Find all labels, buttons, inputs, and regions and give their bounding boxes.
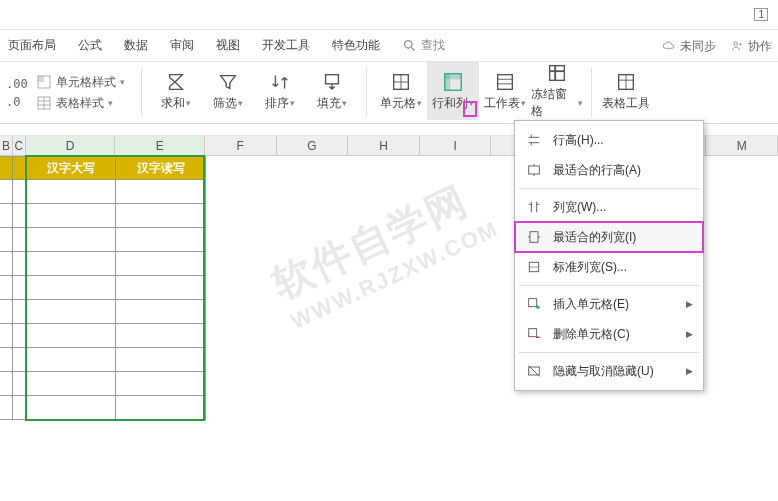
cell[interactable] <box>116 396 206 420</box>
cell[interactable] <box>13 252 26 276</box>
cell[interactable] <box>13 276 26 300</box>
menu-item[interactable]: 最适合的列宽(I) <box>515 222 703 252</box>
col-header-G[interactable]: G <box>277 136 349 156</box>
cell[interactable] <box>0 300 13 324</box>
cell[interactable] <box>26 300 116 324</box>
header-cell-B[interactable] <box>0 156 13 180</box>
cell[interactable] <box>116 204 206 228</box>
decrease-decimal[interactable]: .0 <box>6 95 28 109</box>
tab-view[interactable]: 视图 <box>216 37 240 54</box>
table-styles-button[interactable]: 表格样式 ▾ <box>36 95 125 112</box>
cell[interactable] <box>13 396 26 420</box>
watermark: 软件自学网 WWW.RJZXW.COM <box>263 166 502 335</box>
sort-button[interactable]: 排序▾ <box>254 62 306 120</box>
header-cell-C[interactable] <box>13 156 26 180</box>
delete-icon <box>525 326 543 342</box>
menu-item[interactable]: 隐藏与取消隐藏(U)▶ <box>515 356 703 386</box>
tab-developer[interactable]: 开发工具 <box>262 37 310 54</box>
cell[interactable] <box>13 204 26 228</box>
cell[interactable] <box>26 396 116 420</box>
chevron-down-icon: ▾ <box>108 98 113 108</box>
cell[interactable] <box>0 348 13 372</box>
cell[interactable] <box>116 180 206 204</box>
menu-item-label: 最适合的行高(A) <box>553 162 641 179</box>
cell[interactable] <box>116 348 206 372</box>
tab-features[interactable]: 特色功能 <box>332 37 380 54</box>
filter-button[interactable]: 筛选▾ <box>202 62 254 120</box>
increase-decimal[interactable]: .00 <box>6 77 28 91</box>
freeze-panes-button[interactable]: 冻结窗格▾ <box>531 62 583 120</box>
cell[interactable] <box>26 276 116 300</box>
cell-styles-button[interactable]: 单元格样式 ▾ <box>36 74 125 91</box>
tab-data[interactable]: 数据 <box>124 37 148 54</box>
cell[interactable] <box>26 204 116 228</box>
cell[interactable] <box>0 324 13 348</box>
cell[interactable] <box>13 228 26 252</box>
menu-item[interactable]: 插入单元格(E)▶ <box>515 289 703 319</box>
rows-cols-menu: 行高(H)...最适合的行高(A)列宽(W)...最适合的列宽(I)标准列宽(S… <box>514 120 704 391</box>
cell[interactable] <box>26 372 116 396</box>
menu-item-label: 删除单元格(C) <box>553 326 630 343</box>
header-hanzi-duxie[interactable]: 汉字读写 <box>116 156 206 180</box>
svg-rect-25 <box>529 166 540 174</box>
worksheet-button[interactable]: 工作表▾ <box>479 62 531 120</box>
cell[interactable] <box>0 372 13 396</box>
cell[interactable] <box>0 276 13 300</box>
menu-item[interactable]: 删除单元格(C)▶ <box>515 319 703 349</box>
col-header-E[interactable]: E <box>115 136 205 156</box>
sum-button[interactable]: 求和▾ <box>150 62 202 120</box>
header-hanzi-daxie[interactable]: 汉字大写 <box>26 156 116 180</box>
cell[interactable] <box>26 252 116 276</box>
col-header-B[interactable]: B <box>0 136 13 156</box>
cell[interactable] <box>13 324 26 348</box>
cells-button[interactable]: 单元格▾ <box>375 62 427 120</box>
submenu-arrow-icon: ▶ <box>686 329 693 339</box>
increase-decimal-icon: .00 <box>6 77 28 91</box>
menu-item[interactable]: 标准列宽(S)... <box>515 252 703 282</box>
cell[interactable] <box>26 348 116 372</box>
cell[interactable] <box>13 180 26 204</box>
col-header-F[interactable]: F <box>205 136 277 156</box>
search-icon <box>402 38 417 53</box>
menu-item-label: 隐藏与取消隐藏(U) <box>553 363 654 380</box>
cell[interactable] <box>116 324 206 348</box>
cell[interactable] <box>0 396 13 420</box>
cell[interactable] <box>116 228 206 252</box>
hide-icon <box>525 363 543 379</box>
cell[interactable] <box>26 324 116 348</box>
rows-cols-button[interactable]: 行和列▾ <box>427 62 479 120</box>
menu-item-label: 标准列宽(S)... <box>553 259 627 276</box>
sync-status[interactable]: 未同步 <box>662 38 716 55</box>
cell[interactable] <box>13 372 26 396</box>
menu-separator <box>519 188 699 189</box>
cell[interactable] <box>116 252 206 276</box>
table-tools-button[interactable]: 表格工具 <box>600 62 652 120</box>
cell[interactable] <box>0 252 13 276</box>
menu-item[interactable]: 列宽(W)... <box>515 192 703 222</box>
col-header-I[interactable]: I <box>420 136 492 156</box>
tab-page-layout[interactable]: 页面布局 <box>8 37 56 54</box>
collab-button[interactable]: 协作 <box>730 38 772 55</box>
cell[interactable] <box>116 276 206 300</box>
tab-formulas[interactable]: 公式 <box>78 37 102 54</box>
cell[interactable] <box>13 348 26 372</box>
cell[interactable] <box>0 180 13 204</box>
menu-item-label: 行高(H)... <box>553 132 604 149</box>
col-header-M[interactable]: M <box>706 136 778 156</box>
cell[interactable] <box>116 372 206 396</box>
search-box[interactable]: 查找 <box>402 37 445 54</box>
funnel-icon <box>217 71 239 93</box>
cell[interactable] <box>116 300 206 324</box>
menu-item[interactable]: 最适合的行高(A) <box>515 155 703 185</box>
col-header-C[interactable]: C <box>13 136 26 156</box>
col-header-H[interactable]: H <box>348 136 420 156</box>
cell[interactable] <box>26 228 116 252</box>
cell[interactable] <box>0 228 13 252</box>
col-header-D[interactable]: D <box>26 136 116 156</box>
cell[interactable] <box>26 180 116 204</box>
menu-item[interactable]: 行高(H)... <box>515 125 703 155</box>
fill-button[interactable]: 填充▾ <box>306 62 358 120</box>
tab-review[interactable]: 审阅 <box>170 37 194 54</box>
cell[interactable] <box>13 300 26 324</box>
cell[interactable] <box>0 204 13 228</box>
